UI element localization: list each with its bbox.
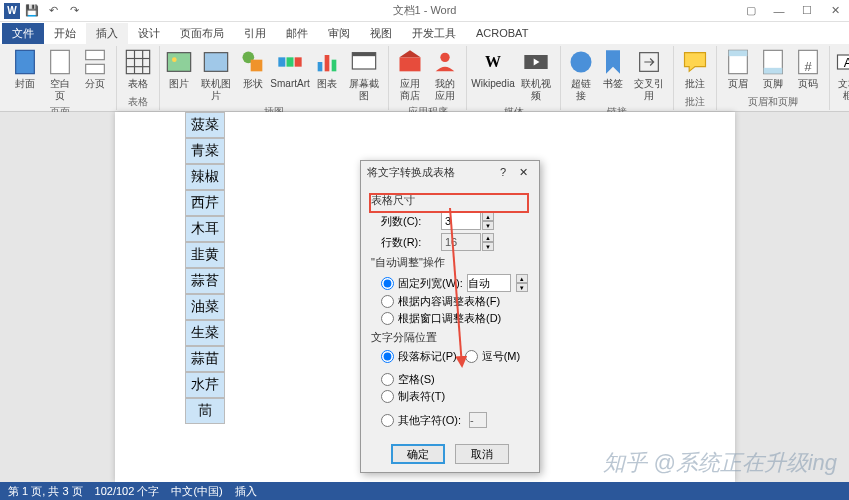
table-cell[interactable]: 生菜 [185,320,225,346]
cols-up-icon[interactable]: ▲ [482,212,494,221]
tab-ref[interactable]: 引用 [234,23,276,44]
width-up-icon[interactable]: ▲ [516,274,528,283]
fit-content-radio[interactable] [381,295,394,308]
table-cell[interactable]: 蒜苔 [185,268,225,294]
table-cell[interactable]: 茼 [185,398,225,424]
svg-rect-15 [287,57,294,66]
rows-down-icon: ▼ [482,242,494,251]
status-mode[interactable]: 插入 [235,484,257,499]
svg-rect-2 [86,50,105,59]
hyperlink-button[interactable]: 超链接 [565,46,597,104]
ribbon-tabs: 文件 开始 插入 设计 页面布局 引用 邮件 审阅 视图 开发工具 ACROBA… [0,22,849,44]
table-cell[interactable]: 青菜 [185,138,225,164]
svg-text:A: A [844,55,849,70]
ribbon-options-icon[interactable]: ▢ [737,0,765,22]
svg-rect-4 [126,50,149,73]
fixed-width-radio[interactable] [381,277,394,290]
undo-icon[interactable]: ↶ [44,2,62,20]
dialog-help-icon[interactable]: ? [493,166,513,178]
online-video-button[interactable]: 联机视频 [516,46,556,104]
rows-label: 行数(R): [381,235,441,250]
svg-rect-17 [318,62,323,71]
minimize-icon[interactable]: — [765,0,793,22]
table-cell[interactable]: 油菜 [185,294,225,320]
table-cell[interactable]: 木耳 [185,216,225,242]
svg-point-10 [172,57,177,62]
textbox-button[interactable]: A文本框 [834,46,849,104]
fixed-width-input[interactable] [467,274,511,292]
table-cell[interactable]: 菠菜 [185,112,225,138]
table-cell[interactable]: 韭黄 [185,242,225,268]
status-words[interactable]: 102/102 个字 [95,484,160,499]
section-autofit: "自动调整"操作 [371,255,529,270]
crossref-button[interactable]: 交叉引用 [629,46,669,104]
comment-button[interactable]: 批注 [678,46,712,94]
header-button[interactable]: 页眉 [721,46,755,94]
screenshot-button[interactable]: 屏幕截图 [343,46,384,104]
tab-mail[interactable]: 邮件 [276,23,318,44]
myapps-button[interactable]: 我的应用 [428,46,462,104]
footer-button[interactable]: 页脚 [756,46,790,94]
sep-comma-radio[interactable] [465,350,478,363]
sep-other-radio[interactable] [381,414,394,427]
svg-rect-22 [400,57,421,71]
tab-insert[interactable]: 插入 [86,23,128,44]
online-pic-button[interactable]: 联机图片 [196,46,237,104]
table-cell[interactable]: 水芹 [185,372,225,398]
redo-icon[interactable]: ↷ [65,2,83,20]
rows-up-icon: ▲ [482,233,494,242]
status-lang[interactable]: 中文(中国) [171,484,222,499]
close-icon[interactable]: ✕ [821,0,849,22]
status-page[interactable]: 第 1 页, 共 3 页 [8,484,83,499]
page-break-button[interactable]: 分页 [79,46,112,104]
tab-design[interactable]: 设计 [128,23,170,44]
dialog-close-icon[interactable]: ✕ [513,166,533,179]
tab-layout[interactable]: 页面布局 [170,23,234,44]
document-title: 文档1 - Word [393,3,457,18]
tab-dev[interactable]: 开发工具 [402,23,466,44]
svg-rect-11 [205,53,228,72]
svg-rect-31 [763,68,782,74]
pagenum-button[interactable]: #页码 [791,46,825,94]
table-cell[interactable]: 蒜苗 [185,346,225,372]
rows-input [441,233,481,251]
svg-point-26 [570,52,591,73]
cols-input[interactable] [441,212,481,230]
sep-tab-radio[interactable] [381,390,394,403]
tab-file[interactable]: 文件 [2,23,44,44]
wikipedia-button[interactable]: WWikipedia [471,46,514,104]
tab-view[interactable]: 视图 [360,23,402,44]
section-separator: 文字分隔位置 [371,330,529,345]
cover-page-button[interactable]: 封面 [8,46,41,104]
sep-space-radio[interactable] [381,373,394,386]
cols-down-icon[interactable]: ▼ [482,221,494,230]
table-cell[interactable]: 辣椒 [185,164,225,190]
svg-rect-3 [86,64,105,73]
table-cell[interactable]: 西芹 [185,190,225,216]
width-down-icon[interactable]: ▼ [516,283,528,292]
svg-rect-9 [168,53,191,72]
shapes-button[interactable]: 形状 [238,46,269,104]
smartart-button[interactable]: SmartArt [270,46,311,104]
text-column: 菠菜 青菜 辣椒 西芹 木耳 韭黄 蒜苔 油菜 生菜 蒜苗 水芹 茼 [185,112,225,424]
table-button[interactable]: 表格 [121,46,155,94]
save-icon[interactable]: 💾 [23,2,41,20]
svg-text:#: # [804,59,812,74]
svg-rect-13 [251,60,263,72]
store-button[interactable]: 应用商店 [393,46,427,104]
tab-start[interactable]: 开始 [44,23,86,44]
cancel-button[interactable]: 取消 [455,444,509,464]
svg-point-23 [441,53,450,62]
sep-para-radio[interactable] [381,350,394,363]
tab-review[interactable]: 审阅 [318,23,360,44]
svg-rect-29 [728,50,747,56]
bookmark-button[interactable]: 书签 [598,46,628,104]
dialog-title: 将文字转换成表格 [367,165,455,180]
picture-button[interactable]: 图片 [164,46,195,104]
tab-acrobat[interactable]: ACROBAT [466,24,538,42]
ok-button[interactable]: 确定 [391,444,445,464]
blank-page-button[interactable]: 空白页 [42,46,77,104]
fit-window-radio[interactable] [381,312,394,325]
chart-button[interactable]: 图表 [311,46,342,104]
maximize-icon[interactable]: ☐ [793,0,821,22]
